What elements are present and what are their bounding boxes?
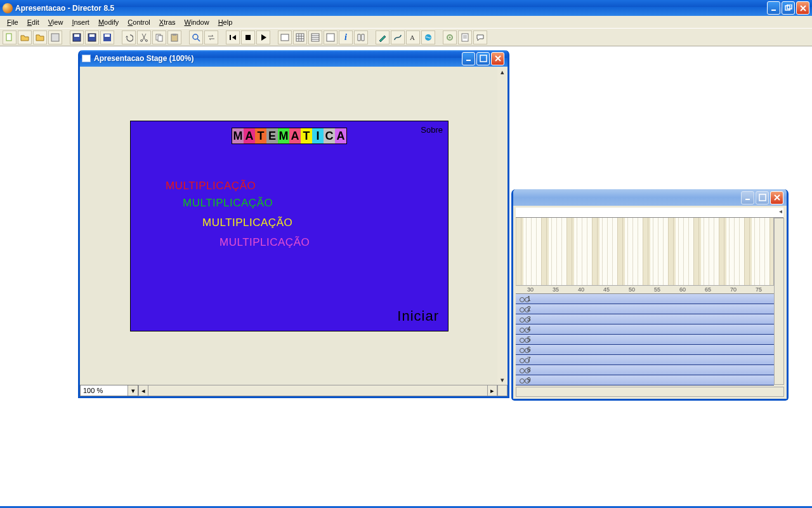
- tb-open[interactable]: [18, 30, 32, 44]
- sobre-link[interactable]: Sobre: [421, 125, 443, 135]
- zoom-value: 100 %: [83, 387, 103, 394]
- score-channel-row[interactable]: 8: [516, 365, 774, 375]
- title-letter: C: [324, 128, 335, 144]
- svg-rect-10: [105, 34, 110, 37]
- score-channel-row[interactable]: 9: [516, 375, 774, 385]
- menu-xtras[interactable]: Xtras: [155, 18, 180, 27]
- score-marker-strip[interactable]: [516, 208, 783, 218]
- menu-control[interactable]: Control: [123, 18, 154, 27]
- tb-vector[interactable]: [391, 30, 405, 44]
- minimize-button[interactable]: [767, 1, 780, 15]
- menu-edit[interactable]: Edit: [23, 18, 44, 27]
- svg-rect-8: [89, 34, 95, 37]
- menu-multiplicacao[interactable]: MULTIPLICAÇÃO: [183, 197, 273, 210]
- score-minimize-button[interactable]: [741, 191, 754, 204]
- menu-help[interactable]: Help: [214, 18, 237, 27]
- menu-multiplicacao[interactable]: MULTIPLICAÇÃO: [166, 180, 256, 192]
- tb-undo[interactable]: [122, 30, 136, 44]
- menu-window[interactable]: Window: [180, 18, 214, 27]
- tb-text[interactable]: A: [406, 30, 420, 44]
- tb-behavior[interactable]: [443, 30, 457, 44]
- svg-rect-14: [158, 36, 162, 41]
- scroll-down-icon[interactable]: ▾: [497, 375, 508, 385]
- tb-publish[interactable]: [100, 30, 114, 44]
- stage-close-button[interactable]: [491, 52, 504, 65]
- title-letter: A: [289, 128, 301, 144]
- ruler-mark: 35: [553, 286, 559, 293]
- menu-modify[interactable]: Modify: [94, 18, 123, 27]
- svg-point-17: [193, 34, 198, 39]
- tb-stop[interactable]: [241, 30, 255, 44]
- menu-file[interactable]: File: [3, 18, 23, 27]
- tb-rewind[interactable]: [226, 30, 240, 44]
- title-letter: I: [312, 128, 324, 144]
- score-vertical-scrollbar[interactable]: [774, 218, 784, 385]
- stage-maximize-button[interactable]: [476, 52, 490, 65]
- score-channel-row[interactable]: 2: [516, 304, 774, 314]
- tb-copy[interactable]: [152, 30, 166, 44]
- tb-save-all[interactable]: [48, 30, 62, 44]
- stage-horizontal-scrollbar[interactable]: [148, 385, 487, 396]
- tb-folder[interactable]: [33, 30, 47, 44]
- tb-message[interactable]: [473, 30, 487, 44]
- scroll-up-icon[interactable]: ▴: [497, 67, 508, 77]
- menu-insert[interactable]: Insert: [67, 18, 94, 27]
- score-timeline[interactable]: [516, 218, 774, 285]
- maximize-button[interactable]: [782, 1, 795, 15]
- tb-inspector[interactable]: i: [339, 30, 353, 44]
- tb-find[interactable]: [189, 30, 203, 44]
- zoom-selector[interactable]: 100 % ▾: [80, 385, 138, 396]
- tb-new[interactable]: [3, 30, 16, 44]
- stage-canvas[interactable]: Sobre MATEMATICA MULTIPLICAÇÃOMULTIPLICA…: [80, 67, 497, 385]
- score-window: 30354045505560657075 123456789: [511, 189, 789, 401]
- tb-property[interactable]: [324, 30, 337, 44]
- score-channel-row[interactable]: 7: [516, 355, 774, 365]
- ruler-mark: 40: [578, 286, 584, 293]
- close-button[interactable]: [796, 1, 809, 15]
- iniciar-button[interactable]: Iniciar: [397, 308, 439, 324]
- tb-stage[interactable]: [278, 30, 292, 44]
- score-close-button[interactable]: [770, 191, 783, 204]
- tb-score[interactable]: [308, 30, 322, 44]
- stage-minimize-button[interactable]: [462, 52, 475, 65]
- title-matematica: MATEMATICA: [232, 128, 347, 144]
- tb-save2[interactable]: [85, 30, 99, 44]
- ruler-mark: 45: [603, 286, 610, 293]
- tb-library[interactable]: [354, 30, 368, 44]
- tb-cut[interactable]: [137, 30, 151, 44]
- score-channel-row[interactable]: 1: [516, 294, 774, 304]
- score-titlebar[interactable]: [513, 189, 787, 206]
- menu-multiplicacao[interactable]: MULTIPLICAÇÃO: [202, 217, 292, 229]
- tb-script[interactable]: [458, 30, 472, 44]
- tb-paste[interactable]: [167, 30, 181, 44]
- svg-rect-18: [230, 35, 231, 40]
- tb-shockwave[interactable]: [421, 30, 435, 44]
- tb-exchange[interactable]: [204, 30, 218, 44]
- chevron-down-icon[interactable]: ▾: [128, 385, 138, 396]
- stage-vertical-scrollbar[interactable]: ▴ ▾: [497, 67, 508, 385]
- tb-play[interactable]: [256, 30, 270, 44]
- stage-icon: [82, 55, 91, 62]
- svg-rect-3: [6, 34, 11, 41]
- tb-cast[interactable]: [293, 30, 307, 44]
- score-channel-row[interactable]: 6: [516, 345, 774, 355]
- svg-rect-20: [281, 34, 289, 41]
- score-horizontal-scrollbar[interactable]: [516, 387, 784, 397]
- title-letter: A: [244, 128, 255, 144]
- tb-save[interactable]: [70, 30, 84, 44]
- resize-grip[interactable]: [497, 385, 508, 396]
- tb-paint[interactable]: [376, 30, 390, 44]
- score-channel-row[interactable]: 4: [516, 324, 774, 335]
- stage-scene: Sobre MATEMATICA MULTIPLICAÇÃOMULTIPLICA…: [130, 121, 449, 331]
- score-channel-row[interactable]: 3: [516, 314, 774, 324]
- svg-rect-28: [462, 34, 468, 41]
- svg-rect-16: [173, 34, 176, 36]
- scroll-right-icon[interactable]: ▸: [487, 385, 497, 396]
- ruler-mark: 60: [679, 286, 686, 293]
- stage-titlebar[interactable]: Apresentacao Stage (100%): [80, 50, 508, 67]
- scroll-left-icon[interactable]: ◂: [138, 385, 148, 396]
- score-channel-row[interactable]: 5: [516, 335, 774, 345]
- menu-multiplicacao[interactable]: MULTIPLICAÇÃO: [219, 236, 310, 249]
- menu-view[interactable]: View: [44, 18, 68, 27]
- score-maximize-button[interactable]: [756, 191, 769, 204]
